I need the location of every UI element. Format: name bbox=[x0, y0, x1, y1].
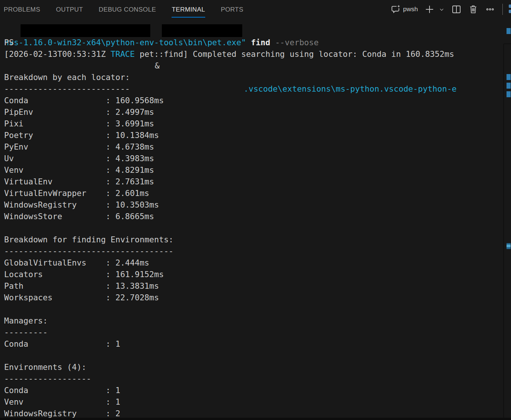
section-title: Breakdown by each locator: bbox=[4, 71, 508, 83]
tab-output[interactable]: OUTPUT bbox=[56, 6, 83, 18]
command-line-2: nvs-1.16.0-win32-x64\python-env-tools\bi… bbox=[4, 37, 508, 48]
command-path-part-2: nvs-1.16.0-win32-x64\python-env-tools\bi… bbox=[4, 38, 246, 47]
trace-level: TRACE bbox=[111, 49, 135, 59]
scrollbar-command-marker bbox=[507, 91, 511, 97]
kill-terminal-icon[interactable] bbox=[468, 4, 478, 15]
stat-row: Conda: 1 bbox=[4, 384, 508, 396]
section-divider: ------------------ bbox=[4, 373, 508, 384]
stat-row: GlobalVirtualEnvs: 2.444ms bbox=[4, 257, 508, 269]
stat-row: VirtualEnv: 2.7631ms bbox=[4, 176, 508, 187]
command-line-1: PS & .vscode\extensions\ms-python.vscode… bbox=[4, 25, 508, 37]
call-operator: & bbox=[155, 60, 160, 71]
panel-tabs: PROBLEMS OUTPUT DEBUG CONSOLE TERMINAL P… bbox=[4, 0, 243, 18]
scrollbar-command-marker bbox=[507, 83, 511, 89]
stat-row: PyEnv: 4.6738ms bbox=[4, 141, 508, 153]
trace-line: [2026-02-13T00:53:31Z TRACE pet::find] C… bbox=[4, 48, 508, 60]
stat-row: PipEnv: 2.4997ms bbox=[4, 106, 508, 118]
shell-label[interactable]: pwsh bbox=[403, 6, 418, 13]
terminal-output[interactable]: PS & .vscode\extensions\ms-python.vscode… bbox=[0, 21, 508, 420]
panel-header: PROBLEMS OUTPUT DEBUG CONSOLE TERMINAL P… bbox=[0, 0, 511, 21]
section-title: Environments (4): bbox=[4, 361, 508, 373]
stat-row: Conda: 1 bbox=[4, 338, 508, 350]
scrollbar-command-marker bbox=[507, 28, 511, 34]
stat-row: WindowsRegistry: 10.3503ms bbox=[4, 199, 508, 211]
section-managers: Managers: --------- Conda: 1 bbox=[4, 315, 508, 350]
prompt-label: PS bbox=[4, 37, 14, 48]
stat-row: Poetry: 10.1384ms bbox=[4, 129, 508, 141]
stat-row: Venv: 4.8291ms bbox=[4, 164, 508, 176]
stat-row: Locators: 161.9152ms bbox=[4, 269, 508, 280]
scrollbar-command-marker bbox=[507, 243, 511, 249]
redacted-path-2 bbox=[162, 24, 242, 37]
more-actions-icon[interactable] bbox=[485, 4, 495, 15]
stat-row: Workspaces: 22.7028ms bbox=[4, 292, 508, 303]
stat-row: Conda: 160.9568ms bbox=[4, 95, 508, 106]
new-terminal-icon[interactable] bbox=[424, 4, 435, 15]
pwsh-terminal-tab-icon[interactable] bbox=[509, 4, 511, 14]
chevron-down-icon[interactable] bbox=[438, 4, 445, 15]
scrollbar-track[interactable] bbox=[504, 44, 504, 420]
stat-row: Path: 13.3831ms bbox=[4, 280, 508, 292]
command-path-part-1: .vscode\extensions\ms-python.vscode-pyth… bbox=[244, 83, 457, 95]
tab-debug-console[interactable]: DEBUG CONSOLE bbox=[99, 6, 156, 18]
redacted-path-1 bbox=[21, 24, 150, 37]
tab-ports[interactable]: PORTS bbox=[221, 6, 243, 18]
stat-row: Venv: 1 bbox=[4, 396, 508, 408]
tab-terminal[interactable]: TERMINAL bbox=[172, 6, 205, 18]
section-environments: Environments (4): ------------------ Con… bbox=[4, 361, 508, 419]
subcommand: find bbox=[251, 38, 270, 47]
section-environment-breakdown: Breakdown for finding Environments: ----… bbox=[4, 234, 508, 303]
bottom-edge-strip bbox=[0, 418, 511, 420]
section-divider: --------- bbox=[4, 327, 508, 338]
tab-problems[interactable]: PROBLEMS bbox=[4, 6, 40, 18]
section-title: Managers: bbox=[4, 315, 508, 327]
stat-row: VirtualEnvWrapper: 2.601ms bbox=[4, 187, 508, 199]
stat-row: WindowsStore: 6.8665ms bbox=[4, 211, 508, 222]
verbose-flag: --verbose bbox=[275, 38, 319, 47]
header-divider bbox=[502, 4, 503, 15]
copilot-chat-icon[interactable] bbox=[391, 4, 401, 15]
section-title: Breakdown for finding Environments: bbox=[4, 234, 508, 245]
stat-row: Pixi: 3.6991ms bbox=[4, 118, 508, 129]
ruler-top-edge bbox=[504, 43, 511, 44]
scrollbar-command-marker bbox=[507, 74, 511, 80]
terminal-actions: pwsh bbox=[391, 0, 503, 19]
split-terminal-icon[interactable] bbox=[451, 4, 462, 15]
section-divider: ----------------------------------- bbox=[4, 245, 508, 257]
stat-row: Uv: 4.3983ms bbox=[4, 153, 508, 164]
